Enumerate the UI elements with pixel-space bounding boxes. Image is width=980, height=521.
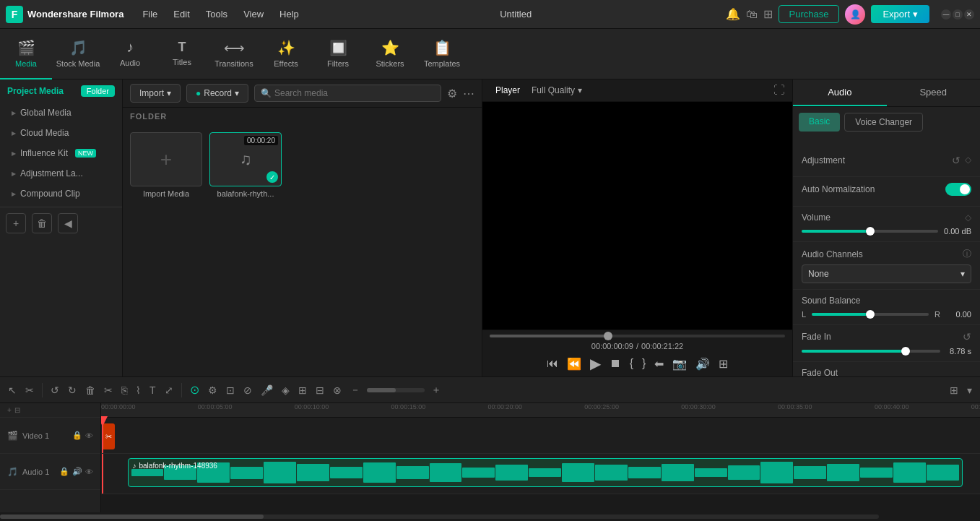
mark-out-button[interactable]: } bbox=[642, 357, 646, 370]
timeline-ripple-tool[interactable]: ✂ bbox=[23, 382, 36, 398]
snap-button[interactable]: 📷 bbox=[672, 357, 687, 371]
timeline-pointer-tool[interactable]: ↖ bbox=[6, 382, 19, 398]
minimize-button[interactable]: — bbox=[941, 9, 951, 20]
speaker-button[interactable]: 🔊 bbox=[695, 357, 710, 371]
vol-minus-button[interactable]: － bbox=[348, 382, 363, 399]
menu-tools[interactable]: Tools bbox=[199, 6, 235, 22]
audio-channels-dropdown[interactable]: None ▾ bbox=[802, 264, 971, 283]
tab-speed-right[interactable]: Speed bbox=[887, 79, 981, 106]
prev-frame-button[interactable]: ⬅ bbox=[654, 357, 664, 371]
tab-audio[interactable]: ♪ Audio bbox=[104, 29, 156, 79]
more-options-icon[interactable]: ⋯ bbox=[463, 87, 474, 100]
export-button[interactable]: Export ▾ bbox=[871, 5, 929, 23]
track-lock-button[interactable]: 🔒 bbox=[72, 431, 82, 440]
delete-folder-button[interactable]: 🗑 bbox=[32, 213, 52, 233]
redo-button[interactable]: ↻ bbox=[66, 382, 79, 398]
volume-slider[interactable] bbox=[802, 230, 938, 233]
marker-button[interactable]: ⊘ bbox=[241, 382, 254, 398]
sidebar-item-adjustment[interactable]: ▶ Adjustment La... bbox=[0, 163, 122, 184]
track-audio-lock-button[interactable]: 🔒 bbox=[59, 467, 69, 476]
sidebar-item-cloud-media[interactable]: ▶ Cloud Media bbox=[0, 123, 122, 143]
sidebar-folder-button[interactable]: Folder bbox=[81, 85, 115, 97]
audio-stretch-button[interactable]: ⊡ bbox=[224, 382, 237, 398]
tab-titles[interactable]: T Titles bbox=[156, 29, 208, 79]
split-button[interactable]: ⌇ bbox=[134, 382, 143, 398]
player-tab[interactable]: Player bbox=[490, 82, 526, 98]
voice-button[interactable]: 🎤 bbox=[259, 382, 275, 398]
fade-in-slider[interactable] bbox=[802, 350, 940, 353]
undo-button[interactable]: ↺ bbox=[48, 382, 61, 398]
collapse-sidebar-button[interactable]: ◀ bbox=[58, 213, 78, 233]
delete-button[interactable]: 🗑 bbox=[83, 382, 97, 398]
copy-button[interactable]: ⎘ bbox=[119, 382, 129, 398]
zoom-slider[interactable] bbox=[367, 388, 425, 392]
tab-stickers[interactable]: ⭐ Stickers bbox=[364, 29, 416, 79]
import-media-item[interactable]: + Import Media bbox=[130, 132, 202, 198]
close-button[interactable]: ✕ bbox=[964, 9, 974, 20]
extend-button[interactable]: ⤢ bbox=[162, 382, 175, 398]
sidebar-item-influence-kit[interactable]: ▶ Influence Kit NEW bbox=[0, 143, 122, 163]
tab-transitions[interactable]: ⟷ Transitions bbox=[208, 29, 260, 79]
menu-view[interactable]: View bbox=[236, 6, 271, 22]
volume-pin-icon[interactable]: ◇ bbox=[965, 212, 971, 223]
menu-edit[interactable]: Edit bbox=[166, 6, 196, 22]
stop-button[interactable]: ⏹ bbox=[610, 357, 621, 370]
tab-stock-media[interactable]: 🎵 Stock Media bbox=[52, 29, 104, 79]
skip-back-button[interactable]: ⏮ bbox=[547, 357, 558, 370]
text-button[interactable]: T bbox=[147, 382, 158, 398]
audio-clip[interactable]: ♪ balafonk-rhythm-148936 bbox=[128, 458, 963, 487]
mark-in-button[interactable]: { bbox=[630, 357, 633, 370]
sidebar-item-compound-clip[interactable]: ▶ Compound Clip bbox=[0, 184, 122, 204]
vol-plus-button[interactable]: ＋ bbox=[429, 382, 443, 399]
reset-icon[interactable]: ↺ bbox=[952, 155, 961, 166]
track-eye-button[interactable]: 👁 bbox=[85, 431, 93, 440]
tab-audio-right[interactable]: Audio bbox=[793, 79, 887, 106]
import-media-thumb[interactable]: + bbox=[130, 132, 202, 186]
tab-media[interactable]: 🎬 Media bbox=[0, 29, 52, 79]
basic-tab[interactable]: Basic bbox=[799, 113, 840, 132]
seek-thumb[interactable] bbox=[604, 332, 612, 340]
clip-connect-button[interactable]: ⊞ bbox=[296, 382, 309, 398]
seek-bar[interactable] bbox=[490, 335, 785, 337]
import-button[interactable]: Import ▾ bbox=[130, 84, 181, 103]
frame-back-button[interactable]: ⏪ bbox=[567, 357, 581, 371]
layout-button[interactable]: ⊞ bbox=[948, 382, 961, 398]
play-button[interactable]: ▶ bbox=[590, 355, 601, 372]
audio-file-thumb[interactable]: 00:00:20 ♫ ✓ bbox=[209, 132, 282, 186]
fold-track-button[interactable]: ⊟ bbox=[14, 406, 20, 414]
tab-templates[interactable]: 📋 Templates bbox=[416, 29, 468, 79]
sidebar-header[interactable]: Project Media Folder bbox=[0, 79, 122, 103]
search-box[interactable]: 🔍 bbox=[254, 85, 441, 102]
maximize-button[interactable]: □ bbox=[953, 9, 963, 20]
scroll-thumb[interactable] bbox=[0, 514, 264, 519]
pin-icon[interactable]: ◇ bbox=[965, 155, 971, 166]
fade-in-thumb[interactable] bbox=[901, 347, 910, 356]
track-mute-button[interactable]: 🔊 bbox=[72, 467, 82, 476]
bg-button[interactable]: ⊟ bbox=[313, 382, 326, 398]
tab-filters[interactable]: 🔲 Filters bbox=[312, 29, 364, 79]
timeline-scrollbar[interactable] bbox=[0, 512, 980, 521]
menu-help[interactable]: Help bbox=[272, 6, 306, 22]
purchase-button[interactable]: Purchase bbox=[779, 5, 840, 23]
sound-balance-thumb[interactable] bbox=[866, 310, 875, 319]
search-input[interactable] bbox=[274, 88, 435, 98]
quality-dropdown[interactable]: Full Quality ▾ bbox=[532, 85, 582, 95]
fade-in-reset-icon[interactable]: ↺ bbox=[963, 331, 971, 343]
sidebar-item-global-media[interactable]: ▶ Global Media bbox=[0, 103, 122, 123]
scroll-track[interactable] bbox=[0, 514, 879, 519]
add-folder-button[interactable]: + bbox=[6, 213, 26, 233]
record-button[interactable]: ● Record ▾ bbox=[186, 84, 248, 103]
pip-button[interactable]: ⊞ bbox=[719, 357, 728, 371]
composite-button[interactable]: ⊗ bbox=[331, 382, 344, 398]
menu-file[interactable]: File bbox=[135, 6, 165, 22]
audio-file-item[interactable]: 00:00:20 ♫ ✓ balafonk-rhyth... bbox=[209, 132, 282, 198]
keyframe-button[interactable]: ◈ bbox=[279, 382, 292, 398]
more-tl-button[interactable]: ▾ bbox=[965, 382, 974, 398]
magnet-button[interactable]: ⚙ bbox=[206, 382, 220, 398]
add-track-button[interactable]: + bbox=[7, 406, 12, 414]
info-icon[interactable]: ⓘ bbox=[963, 248, 971, 260]
auto-norm-toggle[interactable] bbox=[945, 183, 971, 196]
volume-thumb[interactable] bbox=[866, 227, 875, 236]
cut-button[interactable]: ✂ bbox=[102, 382, 115, 398]
fullscreen-icon[interactable]: ⛶ bbox=[773, 84, 785, 97]
